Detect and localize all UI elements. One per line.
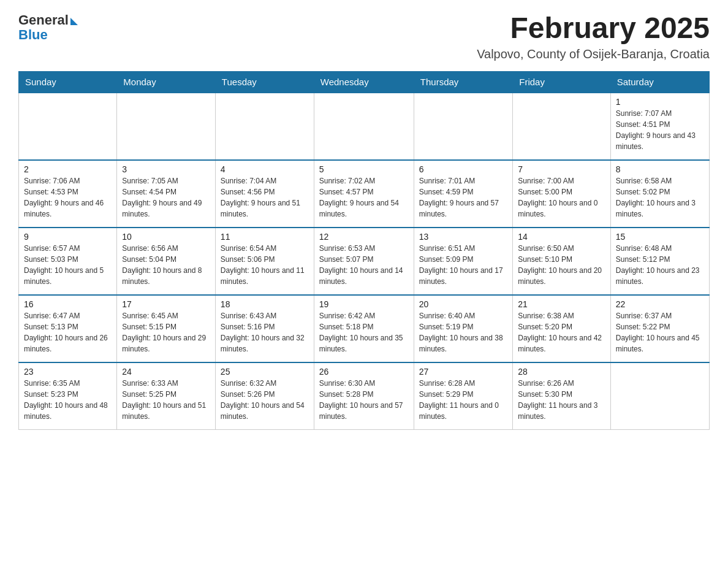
table-cell — [117, 93, 216, 160]
table-cell: 7Sunrise: 7:00 AM Sunset: 5:00 PM Daylig… — [513, 160, 610, 228]
day-number: 28 — [518, 367, 605, 377]
table-cell: 9Sunrise: 6:57 AM Sunset: 5:03 PM Daylig… — [19, 228, 117, 295]
day-number: 17 — [122, 299, 210, 309]
table-cell: 20Sunrise: 6:40 AM Sunset: 5:19 PM Dayli… — [414, 295, 512, 362]
table-cell: 6Sunrise: 7:01 AM Sunset: 4:59 PM Daylig… — [414, 160, 512, 228]
calendar-week-row: 9Sunrise: 6:57 AM Sunset: 5:03 PM Daylig… — [19, 228, 710, 295]
day-info: Sunrise: 6:54 AM Sunset: 5:06 PM Dayligh… — [221, 243, 309, 287]
table-cell: 5Sunrise: 7:02 AM Sunset: 4:57 PM Daylig… — [314, 160, 414, 228]
table-cell: 2Sunrise: 7:06 AM Sunset: 4:53 PM Daylig… — [19, 160, 117, 228]
day-info: Sunrise: 6:33 AM Sunset: 5:25 PM Dayligh… — [122, 378, 210, 422]
logo-general-text: General — [18, 12, 69, 28]
table-cell: 15Sunrise: 6:48 AM Sunset: 5:12 PM Dayli… — [610, 228, 709, 295]
col-wednesday: Wednesday — [314, 71, 414, 93]
day-number: 20 — [419, 299, 507, 309]
table-cell: 11Sunrise: 6:54 AM Sunset: 5:06 PM Dayli… — [215, 228, 314, 295]
table-cell — [19, 93, 117, 160]
day-info: Sunrise: 6:50 AM Sunset: 5:10 PM Dayligh… — [518, 243, 605, 287]
table-cell: 27Sunrise: 6:28 AM Sunset: 5:29 PM Dayli… — [414, 362, 512, 430]
day-info: Sunrise: 7:01 AM Sunset: 4:59 PM Dayligh… — [419, 175, 507, 220]
day-info: Sunrise: 6:32 AM Sunset: 5:26 PM Dayligh… — [221, 378, 309, 422]
day-number: 18 — [221, 299, 309, 309]
day-info: Sunrise: 6:58 AM Sunset: 5:02 PM Dayligh… — [616, 175, 704, 220]
table-cell — [414, 93, 512, 160]
day-info: Sunrise: 7:07 AM Sunset: 4:51 PM Dayligh… — [616, 108, 704, 152]
day-info: Sunrise: 6:57 AM Sunset: 5:03 PM Dayligh… — [24, 243, 112, 287]
day-number: 23 — [24, 367, 112, 377]
day-number: 27 — [419, 367, 507, 377]
day-info: Sunrise: 6:40 AM Sunset: 5:19 PM Dayligh… — [419, 310, 507, 354]
day-info: Sunrise: 6:53 AM Sunset: 5:07 PM Dayligh… — [319, 243, 409, 287]
title-section: February 2025 Valpovo, County of Osijek-… — [477, 12, 710, 61]
table-cell: 22Sunrise: 6:37 AM Sunset: 5:22 PM Dayli… — [610, 295, 709, 362]
day-info: Sunrise: 6:37 AM Sunset: 5:22 PM Dayligh… — [616, 310, 704, 354]
table-cell: 1Sunrise: 7:07 AM Sunset: 4:51 PM Daylig… — [610, 93, 709, 160]
table-cell: 14Sunrise: 6:50 AM Sunset: 5:10 PM Dayli… — [513, 228, 610, 295]
day-number: 1 — [616, 97, 704, 107]
page-header: General Blue February 2025 Valpovo, Coun… — [18, 12, 710, 61]
table-cell: 21Sunrise: 6:38 AM Sunset: 5:20 PM Dayli… — [513, 295, 610, 362]
calendar-header-row: Sunday Monday Tuesday Wednesday Thursday… — [19, 71, 710, 93]
calendar-week-row: 16Sunrise: 6:47 AM Sunset: 5:13 PM Dayli… — [19, 295, 710, 362]
logo-arrow-icon — [70, 18, 78, 25]
day-number: 8 — [616, 164, 704, 174]
table-cell: 23Sunrise: 6:35 AM Sunset: 5:23 PM Dayli… — [19, 362, 117, 430]
table-cell: 25Sunrise: 6:32 AM Sunset: 5:26 PM Dayli… — [215, 362, 314, 430]
day-number: 22 — [616, 299, 704, 309]
location-title: Valpovo, County of Osijek-Baranja, Croat… — [477, 47, 710, 61]
table-cell: 3Sunrise: 7:05 AM Sunset: 4:54 PM Daylig… — [117, 160, 216, 228]
col-tuesday: Tuesday — [215, 71, 314, 93]
calendar-week-row: 23Sunrise: 6:35 AM Sunset: 5:23 PM Dayli… — [19, 362, 710, 430]
day-number: 15 — [616, 232, 704, 242]
day-info: Sunrise: 6:56 AM Sunset: 5:04 PM Dayligh… — [122, 243, 210, 287]
day-number: 11 — [221, 232, 309, 242]
table-cell: 16Sunrise: 6:47 AM Sunset: 5:13 PM Dayli… — [19, 295, 117, 362]
day-number: 5 — [319, 164, 409, 174]
table-cell: 26Sunrise: 6:30 AM Sunset: 5:28 PM Dayli… — [314, 362, 414, 430]
calendar-week-row: 2Sunrise: 7:06 AM Sunset: 4:53 PM Daylig… — [19, 160, 710, 228]
col-monday: Monday — [117, 71, 216, 93]
calendar-table: Sunday Monday Tuesday Wednesday Thursday… — [18, 71, 710, 431]
day-number: 24 — [122, 367, 210, 377]
col-saturday: Saturday — [610, 71, 709, 93]
logo-blue-text: Blue — [18, 27, 48, 43]
day-number: 26 — [319, 367, 409, 377]
day-number: 12 — [319, 232, 409, 242]
day-info: Sunrise: 6:35 AM Sunset: 5:23 PM Dayligh… — [24, 378, 112, 422]
day-info: Sunrise: 6:51 AM Sunset: 5:09 PM Dayligh… — [419, 243, 507, 287]
day-info: Sunrise: 6:43 AM Sunset: 5:16 PM Dayligh… — [221, 310, 309, 354]
day-number: 2 — [24, 164, 112, 174]
day-info: Sunrise: 7:06 AM Sunset: 4:53 PM Dayligh… — [24, 175, 112, 220]
logo: General Blue — [18, 12, 78, 43]
table-cell: 24Sunrise: 6:33 AM Sunset: 5:25 PM Dayli… — [117, 362, 216, 430]
day-info: Sunrise: 6:38 AM Sunset: 5:20 PM Dayligh… — [518, 310, 605, 354]
table-cell: 28Sunrise: 6:26 AM Sunset: 5:30 PM Dayli… — [513, 362, 610, 430]
table-cell — [513, 93, 610, 160]
day-number: 25 — [221, 367, 309, 377]
table-cell: 8Sunrise: 6:58 AM Sunset: 5:02 PM Daylig… — [610, 160, 709, 228]
col-friday: Friday — [513, 71, 610, 93]
table-cell: 19Sunrise: 6:42 AM Sunset: 5:18 PM Dayli… — [314, 295, 414, 362]
day-number: 6 — [419, 164, 507, 174]
calendar-week-row: 1Sunrise: 7:07 AM Sunset: 4:51 PM Daylig… — [19, 93, 710, 160]
col-sunday: Sunday — [19, 71, 117, 93]
day-number: 3 — [122, 164, 210, 174]
table-cell — [314, 93, 414, 160]
day-number: 14 — [518, 232, 605, 242]
day-info: Sunrise: 6:26 AM Sunset: 5:30 PM Dayligh… — [518, 378, 605, 422]
table-cell: 13Sunrise: 6:51 AM Sunset: 5:09 PM Dayli… — [414, 228, 512, 295]
day-info: Sunrise: 6:47 AM Sunset: 5:13 PM Dayligh… — [24, 310, 112, 354]
day-info: Sunrise: 6:45 AM Sunset: 5:15 PM Dayligh… — [122, 310, 210, 354]
day-number: 9 — [24, 232, 112, 242]
table-cell: 12Sunrise: 6:53 AM Sunset: 5:07 PM Dayli… — [314, 228, 414, 295]
table-cell: 18Sunrise: 6:43 AM Sunset: 5:16 PM Dayli… — [215, 295, 314, 362]
table-cell — [610, 362, 709, 430]
day-info: Sunrise: 6:42 AM Sunset: 5:18 PM Dayligh… — [319, 310, 409, 354]
table-cell — [215, 93, 314, 160]
day-info: Sunrise: 6:28 AM Sunset: 5:29 PM Dayligh… — [419, 378, 507, 422]
day-number: 21 — [518, 299, 605, 309]
day-info: Sunrise: 7:04 AM Sunset: 4:56 PM Dayligh… — [221, 175, 309, 220]
table-cell: 10Sunrise: 6:56 AM Sunset: 5:04 PM Dayli… — [117, 228, 216, 295]
day-info: Sunrise: 6:48 AM Sunset: 5:12 PM Dayligh… — [616, 243, 704, 287]
col-thursday: Thursday — [414, 71, 512, 93]
